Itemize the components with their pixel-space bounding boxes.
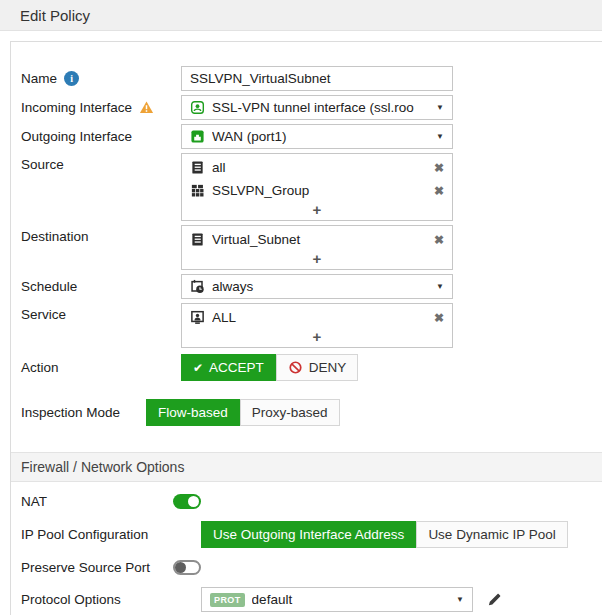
action-label: Action xyxy=(21,360,59,375)
ssl-tunnel-icon xyxy=(190,100,205,115)
ip-pool-segment: Use Outgoing Interface Address Use Dynam… xyxy=(201,521,568,548)
use-outgoing-interface-address-button[interactable]: Use Outgoing Interface Address xyxy=(201,521,416,548)
service-item[interactable]: ALL ✖ xyxy=(190,306,444,329)
warning-icon xyxy=(139,100,154,115)
edit-policy-form: Name i Incoming Interface SSL-VPN tunnel… xyxy=(10,41,602,615)
source-item-all[interactable]: all ✖ xyxy=(190,156,444,179)
address-icon xyxy=(190,160,205,175)
remove-icon[interactable]: ✖ xyxy=(434,185,444,197)
source-item-name: all xyxy=(212,160,427,175)
outgoing-interface-row: Outgoing Interface WAN (port1) ▼ xyxy=(11,124,602,149)
schedule-clock-icon xyxy=(190,279,205,294)
chevron-down-icon: ▼ xyxy=(436,282,444,291)
incoming-interface-row: Incoming Interface SSL-VPN tunnel interf… xyxy=(11,95,602,120)
remove-icon[interactable]: ✖ xyxy=(434,234,444,246)
inspection-mode-segment: Flow-based Proxy-based xyxy=(146,399,340,426)
edit-pencil-icon[interactable] xyxy=(487,592,502,607)
schedule-select[interactable]: always ▼ xyxy=(181,274,453,299)
destination-item-name: Virtual_Subnet xyxy=(212,232,427,247)
destination-box: Virtual_Subnet ✖ + xyxy=(181,225,453,270)
protocol-options-label: Protocol Options xyxy=(21,592,121,607)
source-item-name: SSLVPN_Group xyxy=(212,183,427,198)
add-source-button[interactable]: + xyxy=(190,202,444,219)
remove-icon[interactable]: ✖ xyxy=(434,162,444,174)
inspection-mode-row: Inspection Mode Flow-based Proxy-based xyxy=(11,399,602,426)
use-dynamic-ip-pool-button[interactable]: Use Dynamic IP Pool xyxy=(416,521,567,548)
schedule-label: Schedule xyxy=(21,279,77,294)
outgoing-interface-value: WAN (port1) xyxy=(212,129,429,144)
address-icon xyxy=(190,232,205,247)
incoming-interface-label: Incoming Interface xyxy=(21,100,132,115)
incoming-interface-value: SSL-VPN tunnel interface (ssl.roo xyxy=(212,100,429,115)
schedule-value: always xyxy=(212,279,429,294)
service-item-name: ALL xyxy=(212,310,427,325)
service-row: Service ALL ✖ + xyxy=(11,303,602,348)
source-box: all ✖ SSLVPN_Group ✖ + xyxy=(181,153,453,221)
prot-badge: PROT xyxy=(210,593,245,607)
deny-button[interactable]: DENY xyxy=(276,354,359,381)
check-icon: ✔ xyxy=(193,361,203,375)
chevron-down-icon: ▼ xyxy=(456,595,464,604)
add-destination-button[interactable]: + xyxy=(190,251,444,268)
accept-button[interactable]: ✔ ACCEPT xyxy=(181,354,276,381)
destination-item[interactable]: Virtual_Subnet ✖ xyxy=(190,228,444,251)
service-icon xyxy=(190,310,205,325)
proxy-based-button[interactable]: Proxy-based xyxy=(240,399,340,426)
preserve-source-port-label: Preserve Source Port xyxy=(21,560,150,575)
nat-row: NAT xyxy=(11,494,602,509)
add-service-button[interactable]: + xyxy=(190,329,444,346)
ip-pool-label: IP Pool Configuration xyxy=(21,527,148,542)
source-row: Source all ✖ xyxy=(11,153,602,221)
action-segment: ✔ ACCEPT DENY xyxy=(181,354,358,381)
deny-prohibited-icon xyxy=(288,360,303,375)
protocol-options-value: default xyxy=(252,592,449,607)
firewall-network-options-header: Firewall / Network Options xyxy=(11,452,602,482)
preserve-source-port-toggle[interactable] xyxy=(173,560,201,575)
ethernet-port-icon xyxy=(190,129,205,144)
nat-label: NAT xyxy=(21,494,47,509)
schedule-row: Schedule always ▼ xyxy=(11,274,602,299)
chevron-down-icon: ▼ xyxy=(436,103,444,112)
preserve-source-port-row: Preserve Source Port xyxy=(11,560,602,575)
user-group-icon xyxy=(190,183,205,198)
outgoing-interface-select[interactable]: WAN (port1) ▼ xyxy=(181,124,453,149)
flow-based-button[interactable]: Flow-based xyxy=(146,399,240,426)
remove-icon[interactable]: ✖ xyxy=(434,312,444,324)
source-label: Source xyxy=(21,157,64,172)
info-icon[interactable]: i xyxy=(64,71,79,86)
name-label: Name xyxy=(21,71,57,86)
chevron-down-icon: ▼ xyxy=(436,132,444,141)
outgoing-interface-label: Outgoing Interface xyxy=(21,129,132,144)
protocol-options-row: Protocol Options PROT default ▼ xyxy=(11,587,602,612)
policy-name-input[interactable] xyxy=(181,66,453,91)
destination-row: Destination Virtual_Subnet ✖ + xyxy=(11,225,602,270)
inspection-mode-label: Inspection Mode xyxy=(21,405,120,420)
incoming-interface-select[interactable]: SSL-VPN tunnel interface (ssl.roo ▼ xyxy=(181,95,453,120)
protocol-options-select[interactable]: PROT default ▼ xyxy=(201,587,473,612)
nat-toggle[interactable] xyxy=(173,494,201,509)
page-title: Edit Policy xyxy=(20,7,90,24)
destination-label: Destination xyxy=(21,229,89,244)
service-box: ALL ✖ + xyxy=(181,303,453,348)
page-title-bar: Edit Policy xyxy=(0,0,602,31)
ip-pool-row: IP Pool Configuration Use Outgoing Inter… xyxy=(11,521,602,548)
action-row: Action ✔ ACCEPT DENY xyxy=(11,354,602,381)
service-label: Service xyxy=(21,307,66,322)
name-row: Name i xyxy=(11,66,602,91)
source-item-group[interactable]: SSLVPN_Group ✖ xyxy=(190,179,444,202)
